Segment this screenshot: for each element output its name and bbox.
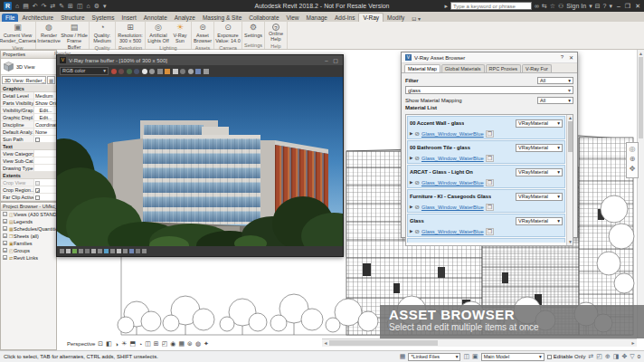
channel-select-dropdown[interactable]: RGB color▾ (60, 67, 109, 75)
alpha-channel-icon[interactable] (142, 69, 147, 74)
tab-global-materials[interactable]: Global Materials (441, 64, 485, 72)
material-card[interactable]: 00 Bathroom Tile - glass VRayMaterial▾ ▶… (407, 140, 565, 164)
material-card[interactable]: 00 Accent Wall - glass VRayMaterial▾ ▶ ⊘… (407, 116, 565, 139)
tab-manage[interactable]: Manage (302, 14, 331, 22)
far-clip-checkbox[interactable] (35, 195, 40, 200)
property-row[interactable]: Graphic Displ...Edit... (1, 114, 56, 121)
editable-worksets-icon[interactable]: ◫ (463, 353, 469, 360)
vfb-maximize-button[interactable]: ▢ (333, 58, 340, 63)
filter-icon[interactable]: ▽ (630, 353, 634, 360)
view-selector-dropdown[interactable]: 3D View: Render_Cam...▾ (2, 76, 46, 84)
vfb-footer-icon[interactable] (72, 249, 77, 253)
clear-image-icon[interactable] (173, 69, 178, 74)
editable-only-toggle[interactable]: Editable Only (547, 354, 586, 359)
drag-on-selection-icon[interactable]: ✥ (621, 353, 627, 360)
section-text[interactable]: Text (1, 143, 56, 150)
edit-type-button[interactable]: ▦ (47, 76, 55, 84)
browser-item-sheets[interactable]: +❐Sheets (all) (1, 233, 56, 240)
show-hide-frame-buffer-button[interactable]: ▤ Show / Hide Frame Buffer (61, 23, 88, 50)
vfb-footer-icon[interactable] (123, 249, 128, 253)
vfb-footer-icon[interactable] (66, 249, 71, 253)
favorites-icon[interactable]: ☆ (550, 3, 555, 10)
property-row[interactable]: View Category (1, 150, 56, 157)
temporary-hide-isolate-icon[interactable]: ◰ (162, 340, 168, 348)
mapping-dropdown[interactable]: All▾ (537, 97, 573, 104)
swap-material-icon[interactable]: ❐ (486, 155, 494, 162)
sun-path-icon[interactable]: ☀ (121, 340, 127, 348)
ab-close-button[interactable]: ✕ (569, 54, 573, 61)
swap-material-icon[interactable]: ❐ (486, 130, 494, 138)
color-corrections-icon[interactable] (204, 69, 209, 74)
print-icon[interactable]: ⇄ (50, 3, 55, 9)
minimize-button[interactable]: – (617, 3, 620, 9)
current-view-render-camera-button[interactable]: ▣ Current View Render_Camera (1, 23, 34, 44)
expand-icon[interactable]: + (3, 248, 7, 252)
sign-in-dropdown-icon[interactable]: ▾ (589, 3, 592, 10)
tab-add-ins[interactable]: Add-Ins (331, 14, 358, 22)
crop-view-icon[interactable]: ◫ (145, 340, 151, 348)
keyword-search-input[interactable] (450, 2, 532, 10)
worksets-icon[interactable]: ▦ (400, 353, 406, 360)
green-channel-icon[interactable] (127, 69, 132, 74)
scroll-left-icon[interactable]: ◄ (322, 340, 329, 346)
property-row[interactable]: View Sub-Cat... (1, 157, 56, 165)
expand-triangle-icon[interactable]: ▶ (410, 229, 412, 233)
scrollbar-thumb[interactable] (639, 57, 643, 138)
tab-material-map[interactable]: Material Map (404, 64, 440, 72)
material-link[interactable]: Glass_Window_WaterBlue (421, 180, 484, 186)
section-graphics[interactable]: Graphics (1, 85, 56, 92)
select-pinned-icon[interactable]: ⊕ (605, 353, 611, 360)
track-mouse-icon[interactable] (188, 69, 194, 74)
vfb-footer-icon[interactable] (85, 249, 90, 253)
sync-icon[interactable]: ⚙ (94, 3, 99, 9)
vfb-minimize-button[interactable]: – (325, 58, 329, 63)
material-link[interactable]: Glass_Window_WaterBlue (421, 205, 484, 210)
resolution-button[interactable]: ⊞ Resolution: 300 x 500 (117, 23, 144, 44)
expand-icon[interactable]: + (3, 219, 7, 224)
rendering-dialog-icon[interactable]: ◔ (138, 341, 142, 348)
exchange-apps-icon[interactable]: ⇆ (542, 3, 547, 10)
pan-icon[interactable]: ✥ (630, 165, 636, 173)
material-search-input[interactable] (408, 87, 568, 93)
select-links-icon[interactable]: ⇄ (588, 353, 593, 360)
tab-modify[interactable]: Modify (384, 14, 408, 22)
type-selector[interactable]: 3D View (1, 59, 56, 75)
material-type-dropdown[interactable]: VRayMaterial▾ (516, 217, 563, 225)
swap-material-icon[interactable]: ❐ (486, 179, 494, 186)
region-render-icon[interactable] (195, 69, 201, 74)
search-go-icon[interactable]: ∞ (535, 3, 539, 9)
editable-only-checkbox[interactable] (547, 355, 552, 359)
expand-triangle-icon[interactable]: ▶ (410, 131, 412, 136)
save-orientation-icon[interactable]: ✦ (204, 340, 209, 348)
material-link[interactable]: Glass_Window_WaterBlue (421, 156, 484, 161)
open-icon[interactable]: ⌂ (15, 3, 19, 9)
property-row[interactable]: Visibility/Grap...Edit... (1, 107, 56, 114)
asset-browser-titlebar[interactable]: V V-Ray Asset Browser ?✕ (402, 52, 577, 63)
artificial-lights-button[interactable]: ◎ Artificial Lights Off (147, 23, 170, 44)
browser-item-families[interactable]: +▣Families (1, 240, 56, 247)
material-type-dropdown[interactable]: VRayMaterial▾ (516, 144, 563, 152)
material-link[interactable]: Glass_Window_WaterBlue (421, 131, 484, 137)
expand-icon[interactable]: + (3, 241, 7, 245)
ab-help-button[interactable]: ? (561, 54, 564, 61)
design-options-icon[interactable]: ▣ (472, 353, 478, 360)
tab-analyze[interactable]: Analyze (171, 14, 199, 22)
material-card[interactable]: Furniture - KI - Casegoods Glass VRayMat… (407, 189, 565, 213)
material-type-dropdown[interactable]: VRayMaterial▾ (516, 119, 563, 128)
blue-channel-icon[interactable] (134, 69, 139, 74)
measure-icon[interactable]: ✎ (59, 3, 64, 9)
tab-systems[interactable]: Systems (89, 14, 118, 22)
material-type-dropdown[interactable]: VRayMaterial▾ (516, 193, 563, 201)
restore-button[interactable]: ❐ (625, 3, 630, 10)
scrollbar-thumb[interactable] (568, 121, 573, 152)
material-list-scrollbar[interactable]: ▲ ▼ (566, 115, 573, 245)
undo-icon[interactable]: ↶ (33, 3, 38, 9)
quality-button[interactable]: ◔ Quality: Medium (90, 23, 114, 44)
scroll-up-icon[interactable]: ▲ (638, 50, 644, 57)
expand-triangle-icon[interactable]: ▶ (410, 156, 412, 160)
tab-architecture[interactable]: Architecture (18, 14, 57, 22)
browser-item-revit-links[interactable]: +⇄Revit Links (1, 254, 56, 262)
browser-item-legends[interactable]: +▤Legends (1, 218, 56, 225)
expand-icon[interactable]: + (3, 233, 7, 238)
tag-icon[interactable]: ◫ (77, 3, 83, 9)
